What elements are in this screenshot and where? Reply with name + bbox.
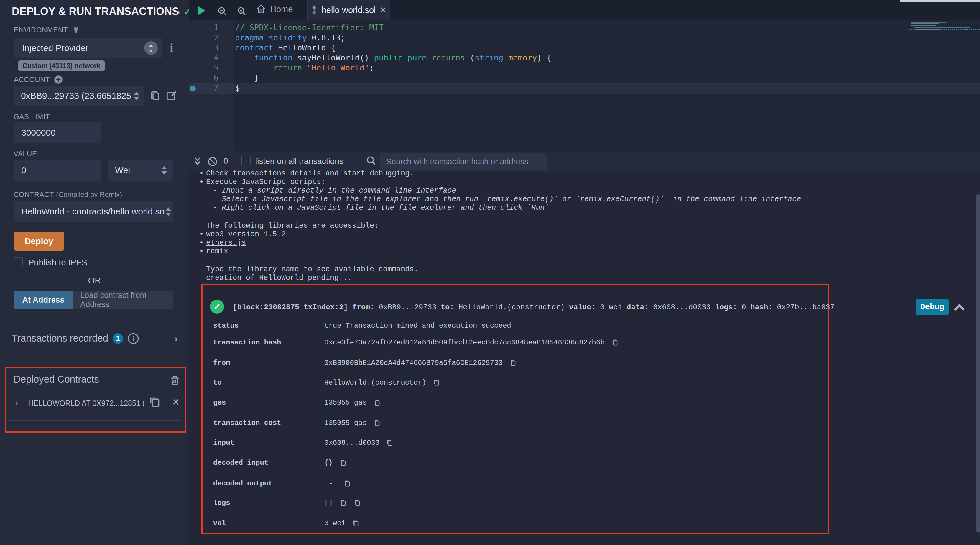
zoom-in-icon[interactable] — [237, 6, 247, 16]
account-select[interactable]: 0xBB9...29733 (23.6651825 — [14, 86, 145, 106]
contract-select[interactable]: HelloWorld - contracts/hello world.sol — [14, 201, 173, 222]
tx-detail-label: transaction cost — [213, 419, 324, 427]
deployed-contract-item[interactable]: HELLOWORLD AT 0X972...12851 ( — [28, 399, 145, 408]
tx-detail-row: val0 wei — [213, 519, 360, 527]
deployed-contracts-title: Deployed Contracts — [14, 374, 99, 385]
code-line[interactable]: function sayHelloWorld() public pure ret… — [235, 53, 551, 63]
line-number[interactable]: 1 — [189, 23, 218, 33]
zoom-out-icon[interactable] — [218, 6, 227, 16]
panel-title-text: DEPLOY & RUN TRANSACTIONS — [12, 5, 179, 18]
deploy-button[interactable]: Deploy — [14, 232, 64, 251]
collapse-tx-chevron-icon[interactable] — [953, 301, 965, 313]
tx-detail-label: to — [213, 379, 324, 387]
terminal-scrollbar[interactable] — [977, 194, 980, 532]
remix-ide: DEPLOY & RUN TRANSACTIONS✓ › ENVIRONMENT… — [0, 0, 980, 545]
add-account-icon[interactable] — [54, 75, 63, 84]
trash-icon[interactable] — [169, 375, 180, 386]
copy-icon[interactable] — [373, 419, 381, 427]
panel-collapse-chevron-icon[interactable]: › — [177, 6, 180, 18]
at-address-input[interactable]: Load contract from Address — [73, 291, 173, 309]
copy-icon[interactable] — [339, 459, 347, 467]
transactions-count-badge: 1 — [113, 333, 123, 344]
edit-account-icon[interactable] — [165, 89, 178, 102]
deploy-run-panel: DEPLOY & RUN TRANSACTIONS✓ › ENVIRONMENT… — [0, 0, 189, 545]
value-unit-select[interactable]: Wei — [108, 159, 173, 181]
minimap-border — [908, 20, 908, 151]
terminal-log-line: •ethers.js — [199, 239, 801, 247]
gas-limit-input[interactable]: 3000000 — [14, 123, 102, 143]
terminal-link[interactable]: ethers.js — [206, 239, 246, 247]
collapse-terminal-icon[interactable] — [192, 156, 202, 167]
terminal-link[interactable]: web3 version 1.5.2 — [206, 230, 286, 239]
copy-icon[interactable] — [509, 359, 517, 367]
contract-label: CONTRACT (Compiled by Remix) — [14, 191, 122, 199]
terminal-log-line: - Select a Javascript file in the file e… — [199, 195, 801, 204]
listen-all-transactions-checkbox[interactable] — [241, 156, 251, 165]
contract-item-divider — [9, 420, 180, 421]
tx-summary-line[interactable]: [block:23082875 txIndex:2] from: 0xBB9..… — [233, 303, 834, 312]
copy-icon[interactable] — [339, 499, 347, 507]
environment-select[interactable]: Injected Provider — [14, 38, 162, 58]
tx-detail-value: 135055 gas — [324, 399, 367, 407]
account-label: ACCOUNT — [14, 75, 63, 84]
copy-icon[interactable] — [385, 438, 394, 447]
panel-title: DEPLOY & RUN TRANSACTIONS✓ — [12, 5, 192, 18]
environment-info-icon[interactable]: i — [170, 41, 173, 55]
deployed-contracts-highlight: Deployed Contracts › HELLOWORLD AT 0X972… — [5, 367, 186, 433]
close-tab-icon[interactable]: ✕ — [380, 6, 386, 15]
minimap-current-line — [908, 29, 980, 30]
clear-console-ban-icon[interactable] — [207, 156, 218, 167]
at-address-button[interactable]: At Address — [14, 291, 73, 309]
copy-icon[interactable] — [373, 398, 381, 407]
top-edge-strip — [900, 0, 980, 2]
tx-detail-row: gas135055 gas — [213, 398, 381, 407]
debug-button[interactable]: Debug — [916, 299, 949, 315]
transactions-expand-chevron-icon[interactable]: › — [175, 333, 178, 344]
solidity-icon — [311, 5, 318, 15]
tx-detail-value: 135055 gas — [324, 419, 367, 427]
tx-detail-row: transaction hash0xce3fe73a72af027ed842a6… — [213, 338, 619, 346]
tx-detail-value: - — [324, 480, 337, 488]
terminal-search-input[interactable]: Search with transaction hash or address — [380, 153, 547, 170]
line-number[interactable]: 7 — [189, 83, 218, 93]
copy-icon[interactable] — [611, 338, 619, 346]
terminal-log-line: •Check transactions details and start de… — [199, 169, 801, 178]
copy-contract-icon[interactable] — [148, 395, 162, 409]
value-input[interactable]: 0 — [14, 159, 102, 181]
home-tab[interactable]: Home — [256, 4, 293, 14]
publish-ipfs-label: Publish to IPFS — [28, 258, 87, 268]
publish-ipfs-checkbox[interactable] — [14, 257, 23, 266]
code-line[interactable]: contract HelloWorld { — [235, 43, 551, 53]
transactions-recorded-label: Transactions recorded — [12, 333, 108, 344]
tx-detail-row: from0xBB900BbE1A20dA4d474666B79a5fa6CE12… — [213, 359, 517, 367]
copy-account-icon[interactable] — [149, 89, 161, 102]
code-line[interactable]: return "Hello World"; — [235, 63, 551, 73]
minimap[interactable] — [908, 20, 980, 151]
run-script-play-icon[interactable] — [197, 6, 206, 15]
gas-limit-label: GAS LIMIT — [14, 113, 50, 121]
pending-tx-count: 0 — [223, 156, 228, 166]
tx-detail-value: 0x608...d0033 — [324, 439, 379, 447]
tab-hello-world-sol[interactable]: hello world.sol ✕ — [307, 0, 390, 20]
copy-icon[interactable] — [432, 378, 441, 387]
line-number[interactable]: 3 — [189, 43, 218, 53]
copy-icon[interactable] — [352, 519, 360, 527]
terminal-log-line: The following libraries are accessible: — [199, 222, 801, 230]
tx-detail-label: logs — [213, 499, 324, 507]
contract-expand-chevron-icon[interactable]: › — [15, 398, 18, 408]
line-number[interactable]: 5 — [189, 63, 218, 73]
transactions-info-icon[interactable] — [127, 333, 139, 344]
code-line[interactable]: // SPDX-License-Identifier: MIT — [235, 23, 551, 33]
copy-icon[interactable] — [343, 479, 351, 488]
tx-success-check-icon: ✓ — [210, 300, 224, 314]
code-line[interactable]: $ — [235, 83, 551, 93]
or-separator: OR — [0, 276, 189, 285]
code-line[interactable]: } — [235, 73, 551, 83]
remove-contract-icon[interactable]: ✕ — [172, 397, 180, 407]
line-number[interactable]: 2 — [189, 33, 218, 43]
line-number[interactable]: 4 — [189, 53, 218, 63]
line-number[interactable]: 6 — [189, 73, 218, 83]
copy-icon[interactable] — [353, 499, 361, 507]
code-content[interactable]: // SPDX-License-Identifier: MITpragma so… — [235, 23, 551, 93]
code-line[interactable]: pragma solidity 0.8.13; — [235, 33, 551, 43]
